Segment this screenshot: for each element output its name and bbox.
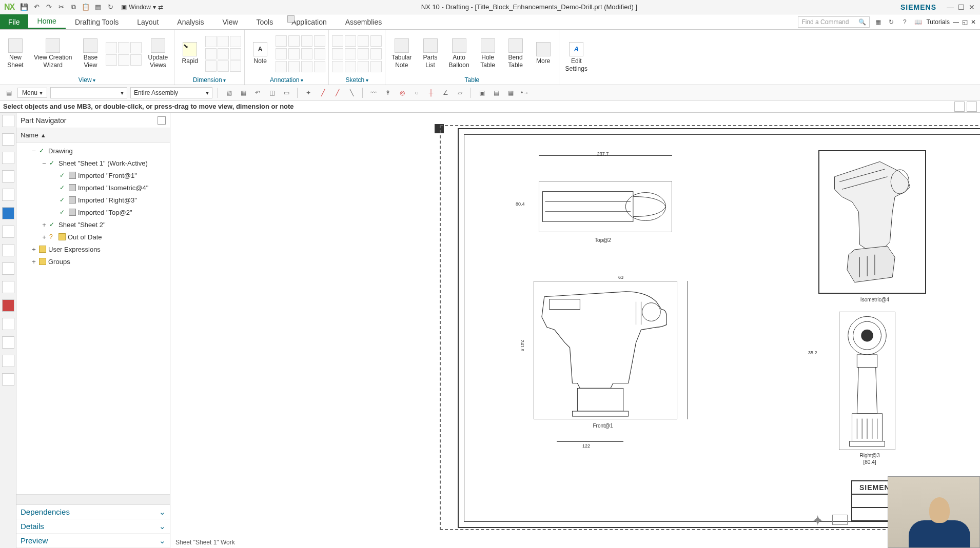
assembly-combo[interactable]: Entire Assembly▾ xyxy=(130,87,212,98)
resource-sys-icon[interactable] xyxy=(2,281,14,293)
detail-view-icon[interactable] xyxy=(118,42,129,53)
edit-settings-button[interactable]: A Edit Settings xyxy=(562,40,591,74)
prompt-icon-2[interactable] xyxy=(967,102,977,112)
sk-rect-icon[interactable] xyxy=(345,35,356,47)
ann-9-icon[interactable] xyxy=(276,61,287,72)
ann-8-icon[interactable] xyxy=(314,48,325,59)
drawing-sheet[interactable]: 237.7 80.4 Top@2 63 xyxy=(458,128,980,528)
sec-icon-18[interactable]: ▣ xyxy=(476,87,487,98)
dim-front-height[interactable]: 241.9 xyxy=(520,340,525,352)
label-right[interactable]: Right@3 xyxy=(854,453,885,458)
sec-icon-20[interactable]: ▦ xyxy=(505,87,516,98)
resource-nav-icon[interactable] xyxy=(2,133,14,146)
part-nav-column-header[interactable]: Name ▴ xyxy=(16,128,170,143)
tree-node-user-expr[interactable]: +User Expressions xyxy=(16,243,170,255)
dim-5-icon[interactable] xyxy=(218,48,229,59)
section-details[interactable]: Details⌄ xyxy=(16,519,170,534)
sk-spline-icon[interactable] xyxy=(370,35,382,47)
sec-icon-6[interactable]: ▭ xyxy=(281,87,292,98)
parts-list-button[interactable]: Parts List xyxy=(418,36,443,71)
tree-node-top[interactable]: ✓Imported "Top@2" xyxy=(16,206,170,218)
view-iso[interactable] xyxy=(818,150,926,294)
sec-icon-16[interactable]: ∠ xyxy=(440,87,451,98)
undo-icon[interactable]: ↶ xyxy=(31,2,42,13)
tab-tools[interactable]: Tools xyxy=(247,14,283,29)
refresh-icon[interactable]: ↻ xyxy=(886,17,896,27)
sec-icon-4[interactable]: ↶ xyxy=(252,87,263,98)
tab-view[interactable]: View xyxy=(213,14,247,29)
view-front[interactable] xyxy=(534,281,677,419)
view-wizard-button[interactable]: View Creation Wizard xyxy=(31,36,75,71)
save-icon[interactable]: 💾 xyxy=(18,2,30,13)
help-icon[interactable]: ▦ xyxy=(873,17,883,27)
view-5-icon[interactable] xyxy=(118,54,129,66)
dim-top-height[interactable]: 80.4 xyxy=(516,201,525,207)
close-icon[interactable]: ✕ xyxy=(969,3,975,11)
resource-visual-icon[interactable] xyxy=(2,355,14,367)
label-front[interactable]: Front@1 xyxy=(587,423,618,429)
tree-node-iso[interactable]: ✓Imported "Isometric@4" xyxy=(16,181,170,194)
tree-node-out-of-date[interactable]: +?Out of Date xyxy=(16,231,170,243)
child-close-icon[interactable]: ✕ xyxy=(971,18,976,26)
paste-icon[interactable]: 📋 xyxy=(80,2,91,13)
label-right-sub[interactable]: [80.4] xyxy=(854,459,885,465)
group-label-dimension[interactable]: Dimension xyxy=(193,76,226,84)
group-label-sketch[interactable]: Sketch xyxy=(345,76,368,84)
dim-8-icon[interactable] xyxy=(218,60,229,72)
resource-map-icon[interactable] xyxy=(2,318,14,330)
ann-4-icon[interactable] xyxy=(314,35,325,47)
group-label-view[interactable]: View xyxy=(79,76,96,84)
tree-node-right[interactable]: ✓Imported "Right@3" xyxy=(16,194,170,206)
tab-assemblies[interactable]: Assemblies xyxy=(336,14,391,29)
horizontal-scrollbar[interactable] xyxy=(16,495,170,505)
ann-6-icon[interactable] xyxy=(288,48,300,59)
section-view-icon[interactable] xyxy=(130,42,142,53)
ann-2-icon[interactable] xyxy=(288,35,300,47)
more-button[interactable]: More xyxy=(531,40,556,67)
sec-icon-8[interactable]: ╱ xyxy=(317,87,328,98)
rapid-button[interactable]: ⬊ Rapid xyxy=(178,40,202,67)
dim-2-icon[interactable] xyxy=(218,36,229,47)
sec-icon-3[interactable]: ▦ xyxy=(238,87,249,98)
sec-icon-11[interactable]: 〰 xyxy=(368,87,379,98)
group-label-annotation[interactable]: Annotation xyxy=(270,76,303,84)
find-command-input[interactable]: Find a Command 🔍 xyxy=(798,16,870,28)
sk-ellipse-icon[interactable] xyxy=(358,48,369,59)
part-nav-tree[interactable]: −✓Drawing −✓Sheet "Sheet 1" (Work-Active… xyxy=(16,143,170,494)
redo-icon[interactable]: ↷ xyxy=(43,2,54,13)
sec-icon-12[interactable]: ↟ xyxy=(382,87,394,98)
sec-icon-15[interactable]: ┼ xyxy=(425,87,437,98)
grid-icon[interactable]: ▦ xyxy=(92,2,104,13)
sk-point-icon[interactable] xyxy=(345,48,356,59)
ann-1-icon[interactable] xyxy=(276,35,287,47)
tab-layout[interactable]: Layout xyxy=(128,14,168,29)
note-button[interactable]: A Note xyxy=(248,40,272,67)
copy-icon[interactable]: ⧉ xyxy=(68,2,79,13)
drawing-canvas[interactable]: 237.7 80.4 Top@2 63 xyxy=(170,113,980,548)
resource-reuse-icon[interactable] xyxy=(2,189,14,201)
sec-icon-17[interactable]: ▱ xyxy=(454,87,465,98)
sk-poly-icon[interactable] xyxy=(370,48,382,59)
resource-roles-icon[interactable] xyxy=(2,262,14,275)
view-6-icon[interactable] xyxy=(130,54,142,66)
child-minimize-icon[interactable]: — xyxy=(953,18,959,26)
resource-hd3d-icon[interactable] xyxy=(2,299,14,312)
sec-icon-21[interactable]: •→ xyxy=(519,87,531,98)
projected-view-icon[interactable] xyxy=(106,42,117,53)
sec-icon-19[interactable]: ▤ xyxy=(491,87,502,98)
view-4-icon[interactable] xyxy=(106,54,117,66)
tree-node-front[interactable]: ✓Imported "Front@1" xyxy=(16,169,170,181)
sk-circle-icon[interactable] xyxy=(332,48,343,59)
resource-constraint-icon[interactable] xyxy=(2,170,14,182)
dim-1-icon[interactable] xyxy=(205,36,217,47)
update-views-button[interactable]: Update Views xyxy=(145,36,171,71)
sk-12-icon[interactable] xyxy=(370,61,382,72)
menu-button[interactable]: Menu▾ xyxy=(17,88,47,98)
repeat-icon[interactable]: ↻ xyxy=(105,2,116,13)
prompt-icon-1[interactable] xyxy=(954,102,965,112)
auto-balloon-button[interactable]: Auto Balloon xyxy=(446,36,473,71)
ann-3-icon[interactable] xyxy=(301,35,312,47)
tree-node-drawing[interactable]: −✓Drawing xyxy=(16,145,170,157)
dim-7-icon[interactable] xyxy=(205,60,217,72)
ann-5-icon[interactable] xyxy=(276,48,287,59)
